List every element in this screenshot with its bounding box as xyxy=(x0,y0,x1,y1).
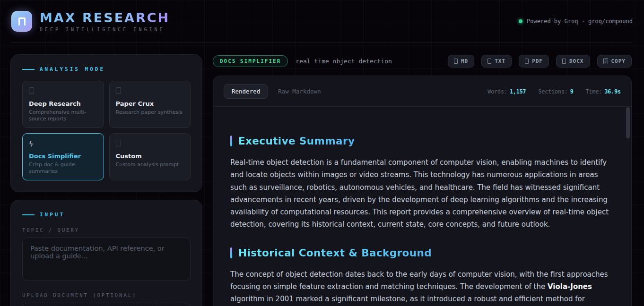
analysis-mode-label: ANALYSIS MODE xyxy=(22,66,191,72)
document-body: Executive Summary Real-time object detec… xyxy=(213,107,631,306)
input-panel: INPUT TOPIC / QUERY UPLOAD DOCUMENT (OPT… xyxy=(10,200,202,306)
document-toolbar: Rendered Raw Markdown Words:1,157 Sectio… xyxy=(213,76,631,107)
export-btn-label: TXT xyxy=(495,58,505,64)
document-panel: Rendered Raw Markdown Words:1,157 Sectio… xyxy=(213,76,632,306)
paragraph: Real-time object detection is a fundamen… xyxy=(230,156,612,231)
mode-desc: Research paper synthesis xyxy=(116,109,184,116)
mode-badge: DOCS SIMPLIFIER xyxy=(213,55,288,67)
export-txt-button[interactable]: TXT xyxy=(481,55,512,68)
section-heading-executive-summary: Executive Summary xyxy=(230,135,612,147)
stat-time: Time:36.9s xyxy=(586,88,621,95)
status-text: Powered by Groq · groq/compound xyxy=(527,18,633,25)
heading-text: Executive Summary xyxy=(238,135,355,147)
paper-crux-icon xyxy=(116,87,121,94)
file-dropzone[interactable]: Drop file or click to browse xyxy=(22,303,191,306)
status-dot-icon xyxy=(519,19,522,23)
copy-button[interactable]: COPY xyxy=(597,55,632,68)
input-label: INPUT xyxy=(22,212,191,218)
mode-title: Deep Research xyxy=(29,100,97,107)
mode-title: Paper Crux xyxy=(116,100,184,107)
stat-words: Words:1,157 xyxy=(487,88,526,95)
mode-title: Custom xyxy=(116,153,184,160)
deep-research-icon xyxy=(29,87,34,94)
mode-title: Docs Simplifier xyxy=(29,153,97,160)
model-status: Powered by Groq · groq/compound xyxy=(519,18,633,25)
mode-desc: Crisp doc & guide summaries xyxy=(29,162,97,175)
sidebar: ANALYSIS MODE Deep Research Comprehensiv… xyxy=(10,54,202,306)
results-area: DOCS SIMPLIFIER real time object detecti… xyxy=(213,54,632,306)
analysis-mode-panel: ANALYSIS MODE Deep Research Comprehensiv… xyxy=(10,54,202,192)
app-logo-icon xyxy=(11,11,32,32)
export-docx-button[interactable]: DOCX xyxy=(556,55,590,68)
export-btn-label: PDF xyxy=(532,58,543,64)
export-btn-label: COPY xyxy=(611,58,626,64)
file-icon xyxy=(562,59,566,64)
mode-card-deep-research[interactable]: Deep Research Comprehensive multi-source… xyxy=(22,81,104,128)
stat-sections: Sections:9 xyxy=(539,88,574,95)
topic-query-label: TOPIC / QUERY xyxy=(22,227,191,233)
custom-icon xyxy=(116,140,121,146)
mode-desc: Comprehensive multi-source reports xyxy=(29,109,97,122)
logo-pi-glyph xyxy=(18,17,26,26)
copy-icon xyxy=(603,58,608,64)
export-btn-label: DOCX xyxy=(569,58,584,64)
heading-text: Historical Context & Background xyxy=(238,247,432,259)
query-text: real time object detection xyxy=(296,58,392,65)
mode-card-custom[interactable]: Custom Custom analysis prompt xyxy=(109,133,191,180)
mode-grid: Deep Research Comprehensive multi-source… xyxy=(22,81,191,180)
heading-accent-bar xyxy=(230,136,232,146)
export-pdf-button[interactable]: PDF xyxy=(519,55,549,68)
paragraph: The concept of object detection dates ba… xyxy=(230,268,612,306)
tab-rendered[interactable]: Rendered xyxy=(224,84,268,99)
document-stats: Words:1,157 Sections:9 Time:36.9s xyxy=(487,88,621,95)
mode-desc: Custom analysis prompt xyxy=(116,162,184,168)
section-heading-historical-context: Historical Context & Background xyxy=(230,247,612,259)
topic-query-input[interactable] xyxy=(22,238,191,281)
document-scrollbar-thumb[interactable] xyxy=(626,107,630,138)
upload-document-label: UPLOAD DOCUMENT (OPTIONAL) xyxy=(22,292,191,298)
app-header: MAX RESEARCH DEEP INTELLIGENCE ENGINE Po… xyxy=(11,0,633,42)
file-icon xyxy=(487,59,491,64)
results-header: DOCS SIMPLIFIER real time object detecti… xyxy=(213,54,632,68)
bold-term: Viola-Jones xyxy=(548,282,592,291)
tab-raw-markdown[interactable]: Raw Markdown xyxy=(278,88,321,95)
mode-card-docs-simplifier[interactable]: ϟ Docs Simplifier Crisp doc & guide summ… xyxy=(22,133,104,180)
lightning-bolt-icon: ϟ xyxy=(29,140,33,148)
export-buttons: MD TXT PDF DOCX xyxy=(448,55,632,68)
app-subtitle: DEEP INTELLIGENCE ENGINE xyxy=(40,27,170,32)
mode-card-paper-crux[interactable]: Paper Crux Research paper synthesis xyxy=(109,81,191,128)
app-title: MAX RESEARCH xyxy=(40,10,170,25)
file-icon xyxy=(525,59,529,64)
export-md-button[interactable]: MD xyxy=(448,55,474,68)
export-btn-label: MD xyxy=(461,58,468,64)
file-icon xyxy=(454,59,458,64)
heading-accent-bar xyxy=(230,247,232,258)
